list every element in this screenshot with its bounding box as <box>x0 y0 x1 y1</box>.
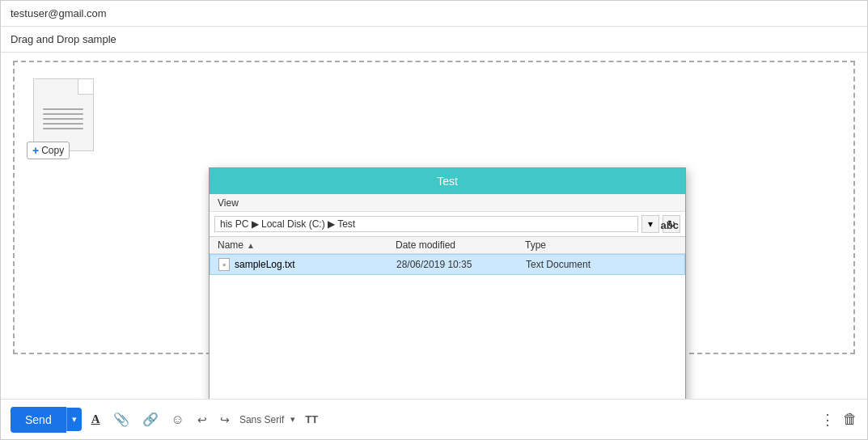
file-name: sampleLog.txt <box>235 259 295 270</box>
explorer-titlebar: Test <box>210 168 685 194</box>
delete-button[interactable]: 🗑 <box>843 411 857 428</box>
col-name-header[interactable]: Name ▲ <box>218 239 396 251</box>
file-icon-paper <box>33 78 94 151</box>
col-date-label: Date modified <box>396 239 455 251</box>
font-dropdown-icon[interactable]: ▾ <box>290 414 295 425</box>
send-button[interactable]: Send <box>11 407 66 433</box>
font-selector[interactable]: Sans Serif <box>239 414 284 425</box>
abc-label: abc <box>661 218 679 231</box>
file-icon-lines <box>43 105 83 133</box>
copy-badge: + Copy <box>27 142 70 159</box>
font-size-button[interactable]: TT <box>302 410 321 429</box>
file-type-cell: Text Document <box>526 259 647 270</box>
send-button-group[interactable]: Send ▾ <box>11 407 82 433</box>
emoji-button[interactable]: ☺ <box>168 409 188 430</box>
drag-drop-zone[interactable]: + Copy Test View his PC ▶ <box>13 61 855 354</box>
sort-arrow: ▲ <box>247 241 255 250</box>
col-type-label: Type <box>525 239 546 251</box>
file-list[interactable]: ≡ sampleLog.txt 28/06/2019 10:35 Text Do… <box>210 254 685 399</box>
email-subject-text: Drag and Drop sample <box>11 33 116 45</box>
column-headers: Name ▲ Date modified Type <box>210 237 685 254</box>
path-display: his PC ▶ Local Disk (C:) ▶ Test <box>220 218 355 230</box>
formatting-icon: A <box>91 412 100 426</box>
send-dropdown-button[interactable]: ▾ <box>66 408 82 431</box>
email-to-field: testuser@gmail.com <box>1 1 867 27</box>
email-body[interactable]: + Copy Test View his PC ▶ <box>1 53 867 399</box>
explorer-title: Test <box>437 175 458 188</box>
delete-icon: 🗑 <box>843 411 857 428</box>
compose-window: testuser@gmail.com Drag and Drop sample <box>0 0 868 440</box>
file-name-cell: ≡ sampleLog.txt <box>218 258 396 271</box>
menu-view[interactable]: View <box>218 197 239 209</box>
compose-toolbar: Send ▾ A 📎 🔗 ☺ ↩ ↪ Sans Serif ▾ TT ⋮ 🗑 <box>1 399 867 439</box>
formatting-button[interactable]: A <box>88 411 104 428</box>
redo-button[interactable]: ↪ <box>217 412 233 428</box>
file-explorer-window: Test View his PC ▶ Local Disk (C:) ▶ Tes… <box>209 167 686 399</box>
attach-icon: 📎 <box>113 412 129 427</box>
col-type-header[interactable]: Type <box>525 239 646 251</box>
font-size-icon: TT <box>305 413 318 425</box>
emoji-icon: ☺ <box>171 412 184 427</box>
empty-file-area <box>210 275 685 396</box>
address-path[interactable]: his PC ▶ Local Disk (C:) ▶ Test <box>214 216 638 232</box>
explorer-menubar[interactable]: View <box>210 194 685 212</box>
file-date-cell: 28/06/2019 10:35 <box>396 259 526 270</box>
col-date-header[interactable]: Date modified <box>396 239 525 251</box>
address-dropdown-btn[interactable]: ▾ <box>641 215 659 233</box>
copy-plus-icon: + <box>32 144 39 157</box>
file-date: 28/06/2019 10:35 <box>396 259 472 270</box>
address-bar-wrapper: his PC ▶ Local Disk (C:) ▶ Test ▾ ↻ abc <box>210 212 685 237</box>
file-line-2 <box>43 113 83 115</box>
col-name-label: Name <box>218 239 243 251</box>
file-type: Text Document <box>526 259 591 270</box>
dragged-file: + Copy <box>27 78 100 151</box>
email-subject-field: Drag and Drop sample <box>1 27 867 53</box>
more-options-button[interactable]: ⋮ <box>820 411 836 429</box>
file-line-4 <box>43 123 83 125</box>
link-icon: 🔗 <box>142 412 159 427</box>
txt-file-icon: ≡ <box>218 258 230 271</box>
file-line-3 <box>43 118 83 120</box>
copy-label: Copy <box>41 145 64 156</box>
link-button[interactable]: 🔗 <box>139 408 162 430</box>
table-row[interactable]: ≡ sampleLog.txt 28/06/2019 10:35 Text Do… <box>210 254 685 275</box>
attach-button[interactable]: 📎 <box>110 408 133 430</box>
undo-button[interactable]: ↩ <box>194 412 210 428</box>
file-line-5 <box>43 128 83 129</box>
file-line-1 <box>43 108 83 110</box>
email-to-address: testuser@gmail.com <box>11 7 107 19</box>
more-options-icon: ⋮ <box>820 411 836 429</box>
explorer-address-bar[interactable]: his PC ▶ Local Disk (C:) ▶ Test ▾ ↻ abc <box>210 212 685 237</box>
